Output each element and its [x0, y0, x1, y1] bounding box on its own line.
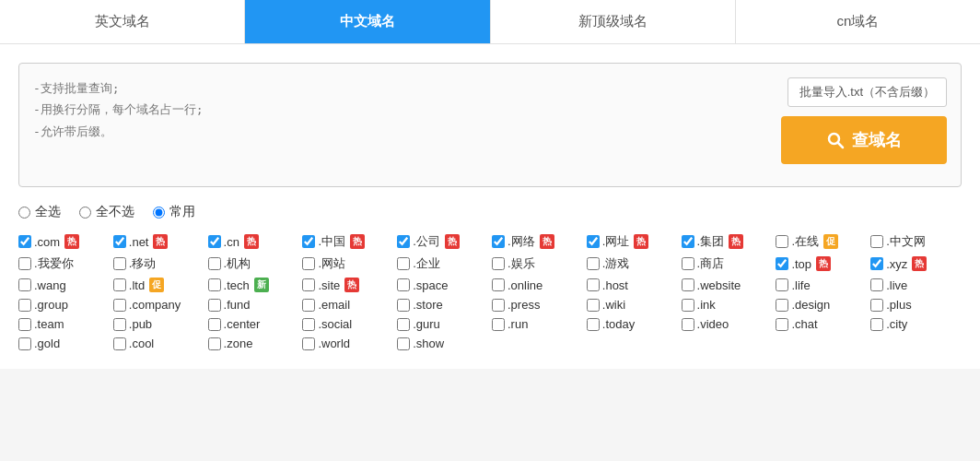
domain-badge: 热: [244, 234, 259, 249]
domain-item: .fund: [208, 298, 299, 312]
domain-checkbox-press[interactable]: [492, 299, 505, 312]
select-option-common[interactable]: 常用: [153, 204, 195, 220]
domain-label: .pub: [129, 317, 152, 331]
domain-badge: 促: [149, 278, 164, 292]
domain-checkbox-center[interactable]: [208, 318, 221, 331]
domain-checkbox-space[interactable]: [397, 278, 410, 291]
domain-checkbox-world[interactable]: [302, 337, 315, 350]
domain-checkbox-机构[interactable]: [208, 257, 221, 270]
select-option-none[interactable]: 全不选: [79, 204, 134, 220]
domain-checkbox-在线[interactable]: [776, 235, 788, 248]
domain-label: .show: [413, 337, 444, 350]
domain-checkbox-tech[interactable]: [208, 278, 221, 291]
tab-cn-domain[interactable]: cn域名: [736, 0, 980, 43]
domain-checkbox-video[interactable]: [682, 318, 694, 331]
domain-label: .live: [886, 278, 907, 292]
domain-checkbox-移动[interactable]: [113, 257, 126, 270]
tab-cn[interactable]: 中文域名: [245, 0, 490, 43]
tab-new-tld[interactable]: 新顶级域名: [491, 0, 736, 43]
domain-checkbox-guru[interactable]: [397, 318, 410, 331]
domain-label: .run: [508, 317, 528, 331]
domain-checkbox-team[interactable]: [18, 318, 31, 331]
search-textarea[interactable]: [33, 77, 767, 170]
domain-checkbox-游戏[interactable]: [587, 257, 600, 270]
domain-label: .中国: [318, 233, 345, 250]
domain-checkbox-商店[interactable]: [682, 257, 694, 270]
domain-item: .cool: [113, 337, 204, 350]
domain-checkbox-xyz[interactable]: [870, 257, 883, 270]
domain-item: .移动: [113, 255, 204, 272]
domain-checkbox-网址[interactable]: [587, 235, 600, 248]
domain-checkbox-design[interactable]: [776, 299, 788, 312]
domain-checkbox-网站[interactable]: [302, 257, 315, 270]
domain-checkbox-email[interactable]: [302, 299, 315, 312]
domain-label: .top: [791, 257, 811, 271]
domain-item: .游戏: [587, 255, 678, 272]
domain-checkbox-group[interactable]: [18, 299, 31, 312]
domain-checkbox-pub[interactable]: [113, 318, 126, 331]
domain-label: .video: [697, 317, 729, 331]
domain-checkbox-chat[interactable]: [776, 318, 788, 331]
domain-checkbox-store[interactable]: [397, 299, 410, 312]
domain-label: .xyz: [886, 257, 907, 271]
domain-checkbox-zone[interactable]: [208, 337, 221, 350]
domain-checkbox-run[interactable]: [492, 318, 505, 331]
domain-checkbox-公司[interactable]: [397, 235, 410, 248]
search-button[interactable]: 查域名: [781, 116, 947, 164]
domain-checkbox-ink[interactable]: [682, 299, 694, 312]
domain-badge: 热: [344, 278, 359, 292]
domain-checkbox-中文网[interactable]: [870, 235, 883, 248]
domain-checkbox-life[interactable]: [776, 278, 788, 291]
domain-checkbox-top[interactable]: [776, 257, 788, 270]
select-option-all[interactable]: 全选: [18, 204, 61, 220]
tab-en[interactable]: 英文域名: [0, 0, 245, 43]
domain-checkbox-wiki[interactable]: [587, 299, 600, 312]
domain-item: .ltd促: [113, 278, 204, 292]
domain-checkbox-show[interactable]: [397, 337, 410, 350]
domain-checkbox-娱乐[interactable]: [492, 257, 505, 270]
domain-checkbox-today[interactable]: [587, 318, 600, 331]
domain-item: .company: [113, 298, 204, 312]
domain-label: .娱乐: [508, 255, 535, 272]
domain-checkbox-cn[interactable]: [208, 235, 221, 248]
domain-checkbox-social[interactable]: [302, 318, 315, 331]
domain-label: .city: [886, 317, 907, 331]
domain-checkbox-com[interactable]: [18, 235, 31, 248]
domain-checkbox-gold[interactable]: [18, 337, 31, 350]
domain-checkbox-我爱你[interactable]: [18, 257, 31, 270]
domain-label: .life: [791, 278, 810, 292]
domain-item: .guru: [397, 317, 488, 331]
domain-item: .网址热: [587, 233, 678, 250]
domain-item: .email: [302, 298, 393, 312]
domain-checkbox-企业[interactable]: [397, 257, 410, 270]
domain-grid: .com热.net热.cn热.中国热.公司热.网络热.网址热.集团热.在线促.中…: [18, 233, 962, 350]
domain-label: .host: [602, 278, 628, 292]
domain-checkbox-live[interactable]: [870, 278, 883, 291]
domain-item: .website: [682, 278, 773, 292]
domain-checkbox-网络[interactable]: [492, 235, 505, 248]
domain-checkbox-plus[interactable]: [870, 299, 883, 312]
domain-checkbox-website[interactable]: [682, 278, 694, 291]
domain-checkbox-fund[interactable]: [208, 299, 221, 312]
domain-item: .网站: [302, 255, 393, 272]
domain-label: .ink: [697, 298, 716, 312]
domain-checkbox-ltd[interactable]: [113, 278, 126, 291]
domain-checkbox-site[interactable]: [302, 278, 315, 291]
domain-checkbox-city[interactable]: [870, 318, 883, 331]
domain-badge: 热: [634, 234, 648, 249]
domain-checkbox-net[interactable]: [113, 235, 126, 248]
domain-checkbox-online[interactable]: [492, 278, 505, 291]
import-button[interactable]: 批量导入.txt（不含后缀）: [788, 77, 947, 107]
domain-label: .today: [602, 317, 635, 331]
domain-item: .ink: [682, 298, 773, 312]
domain-checkbox-cool[interactable]: [113, 337, 126, 350]
domain-label: .group: [34, 298, 68, 312]
domain-badge: 热: [350, 234, 365, 249]
domain-checkbox-集团[interactable]: [682, 235, 694, 248]
domain-item: .公司热: [397, 233, 488, 250]
domain-checkbox-host[interactable]: [587, 278, 600, 291]
domain-checkbox-中国[interactable]: [302, 235, 315, 248]
domain-label: .zone: [224, 337, 253, 350]
domain-checkbox-company[interactable]: [113, 299, 126, 312]
domain-checkbox-wang[interactable]: [18, 278, 31, 291]
